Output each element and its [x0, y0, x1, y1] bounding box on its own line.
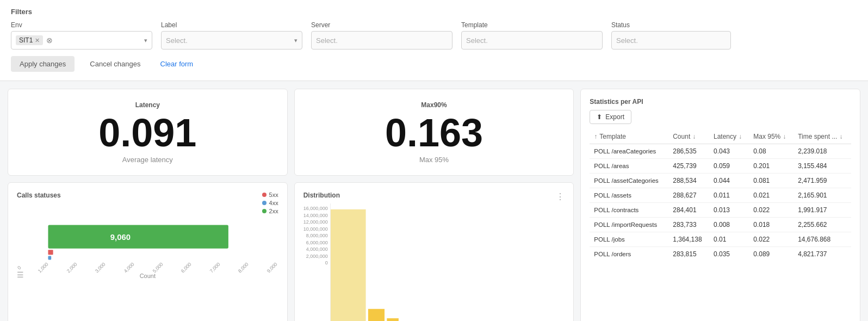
calls-bar-svg: 9,060: [17, 219, 278, 262]
cell-max95: 0.022: [749, 232, 793, 247]
legend-dot: [262, 209, 266, 213]
distribution-card: Distribution ⋮ 16,000,00014,000,00012,00…: [294, 182, 574, 321]
col-latency[interactable]: Latency↓: [709, 129, 749, 144]
dist-y-axis: 16,000,00014,000,00012,000,00010,000,000…: [303, 206, 330, 266]
server-select[interactable]: Select.: [311, 31, 452, 50]
filters-row: Env SIT1 ✕ ⊗ ▾ Label Select. ▾ Server Se…: [11, 21, 857, 50]
y-axis-label: 6,000,000: [306, 240, 328, 245]
status-label: Status: [611, 21, 731, 29]
cell-count: 288,534: [668, 174, 709, 188]
export-button[interactable]: ⬆ Export: [590, 110, 631, 124]
y-axis-label: 8,000,000: [306, 233, 328, 238]
cell-count: 283,815: [668, 247, 709, 262]
apply-changes-button[interactable]: Apply changes: [11, 56, 75, 72]
label-placeholder: Select.: [166, 36, 291, 45]
y-axis-label: 10,000,000: [303, 226, 328, 232]
cell-latency: 0.043: [709, 144, 749, 159]
col-count[interactable]: Count↓: [668, 129, 709, 144]
env-label: Env: [11, 21, 152, 29]
statistics-table: ↑Template Count↓ Latency↓ Max 95%↓ Time …: [590, 129, 851, 261]
dist-svg: [331, 203, 565, 321]
svg-rect-3: [48, 256, 51, 260]
distribution-menu-icon[interactable]: ⋮: [556, 192, 565, 202]
template-label: Template: [461, 21, 603, 29]
cell-max95: 0.201: [749, 159, 793, 174]
label-chevron-icon[interactable]: ▾: [294, 37, 297, 44]
env-chevron-icon[interactable]: ▾: [144, 37, 147, 44]
cell-time-spent: 1,991.917: [793, 203, 851, 218]
table-row: POLL /contracts 284,401 0.013 0.022 1,99…: [590, 203, 851, 218]
template-select[interactable]: Select.: [461, 31, 603, 50]
svg-rect-4: [331, 209, 366, 321]
cell-time-spent: 2,165.901: [793, 188, 851, 203]
cell-latency: 0.035: [709, 247, 749, 262]
legend-label: 4xx: [269, 200, 278, 206]
cell-count: 284,401: [668, 203, 709, 218]
calls-statuses-card: Calls statuses 5xx4xx2xx 9,060 01,0002,0…: [8, 182, 288, 321]
cell-time-spent: 3,155.484: [793, 159, 851, 174]
cell-template: POLL /assets: [590, 188, 668, 203]
export-icon: ⬆: [597, 113, 602, 121]
latency-title: Latency: [135, 101, 160, 109]
col-time-spent[interactable]: Time spent ...↓: [793, 129, 851, 144]
status-select[interactable]: Select.: [611, 31, 731, 50]
cell-count: 286,535: [668, 144, 709, 159]
calls-legend: 5xx4xx2xx: [262, 192, 278, 214]
latency-value: 0.091: [98, 113, 196, 152]
col-template[interactable]: ↑Template: [590, 129, 668, 144]
cell-max95: 0.021: [749, 188, 793, 203]
clear-form-button[interactable]: Clear form: [156, 56, 198, 72]
env-clear-icon[interactable]: ⊗: [46, 36, 53, 45]
legend-label: 5xx: [269, 192, 278, 198]
cancel-changes-button[interactable]: Cancel changes: [81, 56, 149, 72]
env-select[interactable]: SIT1 ✕ ⊗ ▾: [11, 31, 152, 50]
distribution-title: Distribution: [303, 192, 340, 199]
cell-latency: 0.059: [709, 159, 749, 174]
legend-label: 2xx: [269, 208, 278, 214]
template-filter-group: Template Select.: [461, 21, 603, 50]
calls-title: Calls statuses: [17, 192, 61, 199]
cell-template: POLL /areaCategories: [590, 144, 668, 159]
max90-value: 0.163: [385, 113, 483, 152]
legend-item: 2xx: [262, 208, 278, 214]
dashboard: Latency 0.091 Average latency Max90% 0.1…: [0, 81, 868, 321]
legend-item: 4xx: [262, 200, 278, 206]
cell-latency: 0.01: [709, 232, 749, 247]
svg-rect-6: [387, 318, 399, 321]
table-row: POLL /orders 283,815 0.035 0.089 4,821.7…: [590, 247, 851, 262]
table-row: POLL /assetCategories 288,534 0.044 0.08…: [590, 174, 851, 188]
calls-bar-chart: 9,060 01,0002,0003,0004,0005,0006,0007,0…: [17, 219, 278, 279]
status-placeholder: Select.: [616, 36, 726, 45]
status-filter-group: Status Select.: [611, 21, 731, 50]
latency-subtitle: Average latency: [122, 156, 173, 164]
cell-max95: 0.081: [749, 174, 793, 188]
x-axis-labels: 01,0002,0003,0004,0005,0006,0007,0008,00…: [17, 265, 278, 270]
table-row: POLL /importRequests 283,733 0.008 0.018…: [590, 218, 851, 232]
env-tag-close[interactable]: ✕: [35, 37, 40, 44]
server-label: Server: [311, 21, 452, 29]
cell-count: 425,739: [668, 159, 709, 174]
cell-max95: 0.08: [749, 144, 793, 159]
cell-template: POLL /assetCategories: [590, 174, 668, 188]
cell-max95: 0.018: [749, 218, 793, 232]
cell-time-spent: 14,676.868: [793, 232, 851, 247]
env-filter-group: Env SIT1 ✕ ⊗ ▾: [11, 21, 152, 50]
cell-max95: 0.022: [749, 203, 793, 218]
cell-template: POLL /orders: [590, 247, 668, 262]
count-label: Count: [17, 273, 278, 279]
col-max95[interactable]: Max 95%↓: [749, 129, 793, 144]
y-axis-label: 14,000,000: [303, 213, 328, 218]
max90-card: Max90% 0.163 Max 95%: [294, 89, 574, 176]
cell-template: POLL /jobs: [590, 232, 668, 247]
table-row: POLL /areas 425,739 0.059 0.201 3,155.48…: [590, 159, 851, 174]
filters-panel: Filters Env SIT1 ✕ ⊗ ▾ Label Select. ▾: [0, 0, 868, 81]
cell-count: 1,364,138: [668, 232, 709, 247]
cell-latency: 0.011: [709, 188, 749, 203]
y-axis-label: 2,000,000: [306, 254, 328, 259]
cell-max95: 0.089: [749, 247, 793, 262]
cell-count: 283,733: [668, 218, 709, 232]
filters-title: Filters: [11, 8, 857, 16]
cell-latency: 0.008: [709, 218, 749, 232]
label-select[interactable]: Select. ▾: [161, 31, 302, 50]
legend-dot: [262, 201, 266, 205]
